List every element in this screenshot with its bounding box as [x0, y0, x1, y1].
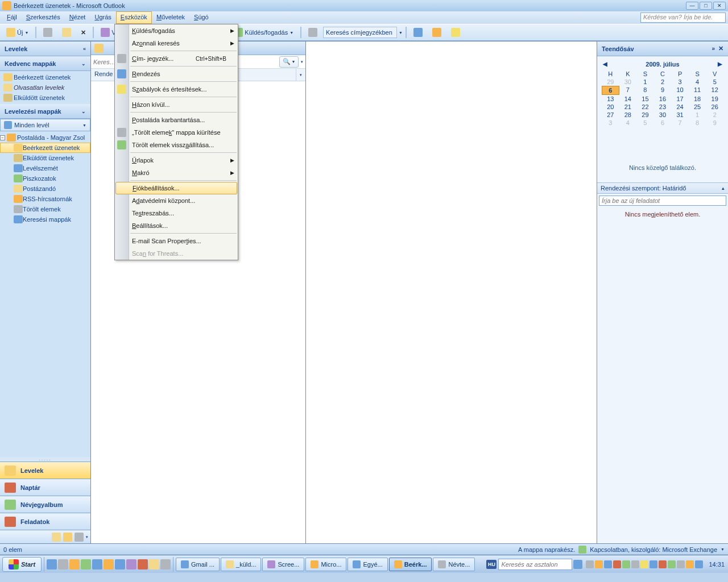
taskbar-task[interactable]: Scree...: [262, 558, 304, 571]
shortcuts-icon[interactable]: [75, 533, 84, 542]
calendar-day[interactable]: 16: [654, 95, 672, 103]
folder-item[interactable]: Elküldött üzenetek: [0, 153, 90, 163]
folder-icon[interactable]: [63, 533, 72, 542]
taskbar-task[interactable]: _küld...: [221, 558, 261, 571]
calendar-day[interactable]: 3: [602, 119, 619, 127]
print-button[interactable]: [39, 26, 56, 39]
tray-icon[interactable]: [659, 560, 667, 568]
calendar-day[interactable]: 4: [619, 119, 637, 127]
calendar-day[interactable]: 20: [602, 103, 619, 111]
calendar-day[interactable]: 29: [602, 78, 619, 86]
prev-month-button[interactable]: ◀: [603, 61, 607, 67]
menu-item[interactable]: Rendezés: [115, 68, 238, 80]
menu-item[interactable]: Küldés/fogadás▶: [115, 24, 238, 37]
tray-icon[interactable]: [677, 560, 685, 568]
tool-b-button[interactable]: [447, 26, 464, 39]
shortcut-icon[interactable]: [52, 533, 61, 542]
all-mail-button[interactable]: Minden levél▼: [0, 119, 90, 131]
ql-icon[interactable]: [160, 559, 171, 569]
taskbar-task[interactable]: Micro...: [305, 558, 346, 571]
new-button[interactable]: Új▼: [2, 26, 32, 39]
tool-a-button[interactable]: [428, 26, 445, 39]
taskbar-task[interactable]: Névte...: [433, 558, 475, 571]
calendar-day[interactable]: 9: [654, 86, 672, 95]
addressbook-button[interactable]: [304, 26, 321, 39]
calendar-day[interactable]: 2: [654, 78, 672, 86]
minimize-button[interactable]: —: [686, 2, 698, 10]
tray-icon[interactable]: [613, 560, 621, 568]
address-search-input[interactable]: [323, 27, 397, 38]
calendar-day[interactable]: 28: [619, 111, 637, 119]
calendar-day[interactable]: 6: [654, 119, 672, 127]
folder-item[interactable]: Beérkezett üzenetek: [0, 143, 90, 153]
calendar-day[interactable]: 1: [636, 78, 654, 86]
menu-item[interactable]: Házon kívül...: [115, 98, 238, 111]
calendar-day[interactable]: 15: [636, 95, 654, 103]
ql-icon[interactable]: [58, 559, 68, 569]
tray-icon[interactable]: [622, 560, 630, 568]
menu-item[interactable]: Makró▶: [115, 167, 238, 179]
menu-item[interactable]: Törölt elemek visszaállítása...: [115, 139, 238, 151]
configure-buttons[interactable]: ▾: [86, 535, 88, 539]
minimize-todo-icon[interactable]: »: [712, 45, 715, 52]
calendar-day[interactable]: 1: [689, 111, 706, 119]
calendar-day[interactable]: 22: [636, 103, 654, 111]
calendar-day[interactable]: 25: [689, 103, 706, 111]
calendar-day[interactable]: 14: [619, 95, 637, 103]
calendar-day[interactable]: 9: [706, 119, 723, 127]
help-button[interactable]: [410, 26, 427, 39]
calendar-day[interactable]: 3: [671, 78, 689, 86]
menu-item[interactable]: Testreszabás...: [115, 207, 238, 219]
menu-item[interactable]: Szabályok és értesítések...: [115, 83, 238, 95]
collapse-icon[interactable]: «: [83, 46, 86, 52]
ql-icon[interactable]: [81, 559, 91, 569]
help-input[interactable]: Kérdése van? Írja be ide.: [640, 13, 726, 23]
calendar-day[interactable]: 23: [654, 103, 672, 111]
menu-nézet[interactable]: Nézet: [65, 11, 90, 24]
calendar-day[interactable]: 27: [602, 111, 619, 119]
menu-item[interactable]: E-mail Scan Properties...: [115, 235, 238, 247]
tray-icon[interactable]: [686, 560, 694, 568]
calendar-day[interactable]: 26: [706, 103, 723, 111]
calendar-day[interactable]: 12: [706, 86, 723, 95]
desktop-search-button[interactable]: [573, 560, 582, 569]
taskbar-task[interactable]: Egyé...: [348, 558, 387, 571]
move-button[interactable]: [58, 26, 75, 39]
tray-icon[interactable]: [586, 560, 594, 568]
menu-item[interactable]: Beállítások...: [115, 219, 238, 232]
folder-item[interactable]: Levélszemét: [0, 163, 90, 173]
folder-item[interactable]: Postázandó: [0, 184, 90, 194]
tree-mailbox-root[interactable]: −Postaláda - Magyar Zsol: [0, 132, 90, 143]
menu-item[interactable]: Azonnali keresés▶: [115, 37, 238, 49]
tray-icon[interactable]: [640, 560, 648, 568]
ql-icon[interactable]: [126, 559, 136, 569]
menu-item[interactable]: Adatvédelmi központ...: [115, 194, 238, 207]
ql-icon[interactable]: [115, 559, 125, 569]
menu-fájl[interactable]: Fájl: [2, 11, 22, 24]
tray-icon[interactable]: [668, 560, 676, 568]
calendar-day[interactable]: 7: [619, 86, 637, 95]
calendar-day[interactable]: 24: [671, 103, 689, 111]
menu-item[interactable]: Fiókbeállítások...: [115, 182, 237, 194]
close-button[interactable]: ✕: [713, 2, 726, 10]
arrange-dropdown[interactable]: ▾: [296, 69, 305, 81]
nav-button-feladatok[interactable]: Feladatok: [0, 513, 90, 530]
menu-item[interactable]: Cím- jegyzék...Ctrl+Shift+B: [115, 52, 238, 65]
ql-icon[interactable]: [47, 559, 57, 569]
folder-item[interactable]: Piszkozatok: [0, 173, 90, 184]
task-sort-header[interactable]: Rendezési szempont: Határidő▴: [597, 182, 728, 194]
menu-item[interactable]: Űrlapok▶: [115, 154, 238, 167]
calendar-day[interactable]: 21: [619, 103, 637, 111]
tray-icon[interactable]: [695, 560, 703, 568]
send-receive-button[interactable]: Küldés/fogadás▼: [230, 26, 297, 39]
favorites-header[interactable]: Kedvenc mappák⌄: [0, 56, 90, 71]
menu-szerkesztés[interactable]: Szerkesztés: [22, 11, 65, 24]
favorite-folder[interactable]: Elküldött üzenetek: [0, 93, 90, 103]
calendar-day[interactable]: 6: [602, 86, 619, 95]
nav-resize-grip[interactable]: ·····: [0, 457, 90, 462]
folder-item[interactable]: Törölt elemek: [0, 204, 90, 214]
calendar-day[interactable]: 31: [671, 111, 689, 119]
maximize-button[interactable]: □: [700, 2, 712, 10]
new-task-input[interactable]: [599, 196, 726, 206]
calendar-day[interactable]: 13: [602, 95, 619, 103]
